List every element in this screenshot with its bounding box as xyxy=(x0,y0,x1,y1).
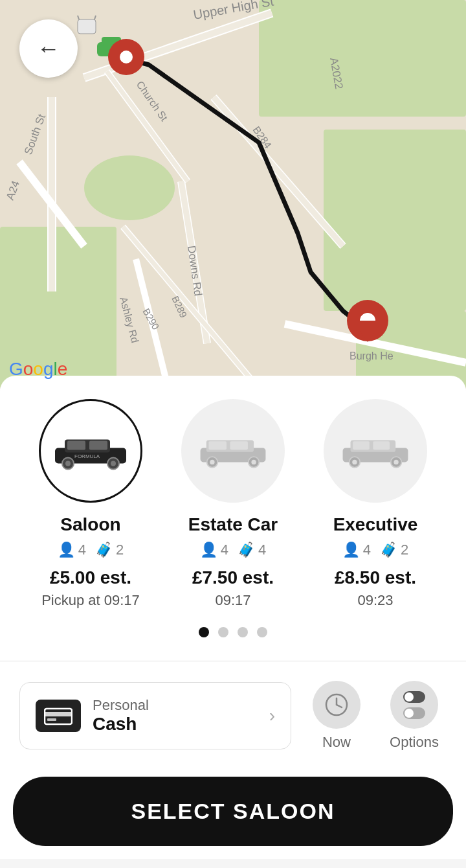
estate-meta: 👤 4 🧳 4 xyxy=(200,542,267,558)
options-button[interactable]: Options xyxy=(382,681,447,751)
svg-point-56 xyxy=(210,460,214,464)
saloon-luggage: 🧳 2 xyxy=(95,542,124,558)
executive-passengers: 👤 4 xyxy=(342,542,371,558)
map-view: Upper High St A2022 South St A24 Church … xyxy=(0,0,466,389)
toggle-options-icon xyxy=(390,681,438,729)
executive-pickup: 09:23 xyxy=(357,592,393,609)
svg-point-38 xyxy=(120,51,133,63)
carousel-pagination xyxy=(13,627,453,637)
person-icon: 👤 xyxy=(58,542,75,558)
car-options-carousel: FORMULA Saloon 👤 4 🧳 2 £5.00 est. Pickup… xyxy=(13,399,453,609)
saloon-price: £5.00 est. xyxy=(50,567,131,588)
booking-panel: FORMULA Saloon 👤 4 🧳 2 £5.00 est. Pickup… xyxy=(0,376,466,859)
person-icon: 👤 xyxy=(200,542,217,558)
person-icon: 👤 xyxy=(342,542,360,558)
svg-point-64 xyxy=(352,460,357,464)
payment-text: Personal Cash xyxy=(93,697,258,735)
saloon-name: Saloon xyxy=(60,514,120,535)
svg-rect-2 xyxy=(324,130,466,311)
saloon-meta: 👤 4 🧳 2 xyxy=(58,542,124,558)
svg-point-49 xyxy=(111,461,116,466)
executive-car-image xyxy=(324,399,427,503)
now-label: Now xyxy=(322,734,351,751)
estate-passengers: 👤 4 xyxy=(200,542,228,558)
wallet-icon xyxy=(36,700,81,732)
chevron-right-icon: › xyxy=(269,705,275,726)
options-label: Options xyxy=(390,734,439,751)
dot-2[interactable] xyxy=(218,627,228,637)
luggage-icon: 🧳 xyxy=(238,542,255,558)
payment-value: Cash xyxy=(93,714,258,735)
executive-name: Executive xyxy=(333,514,418,535)
svg-rect-54 xyxy=(230,441,248,450)
back-arrow-icon: ← xyxy=(37,35,60,62)
estate-price: £7.50 est. xyxy=(192,567,274,588)
now-button[interactable]: Now xyxy=(304,681,369,751)
saloon-pickup: Pickup at 09:17 xyxy=(41,592,140,609)
estate-pickup: 09:17 xyxy=(215,592,250,609)
svg-point-66 xyxy=(394,460,398,464)
svg-rect-62 xyxy=(373,441,390,450)
dot-4[interactable] xyxy=(257,627,267,637)
saloon-passengers: 👤 4 xyxy=(58,542,86,558)
bottom-controls: Personal Cash › Now xyxy=(13,681,453,751)
back-button[interactable]: ← xyxy=(19,19,78,78)
svg-line-72 xyxy=(337,705,342,707)
svg-point-5 xyxy=(84,155,175,220)
svg-text:FORMULA: FORMULA xyxy=(74,453,100,459)
executive-price: £8.50 est. xyxy=(335,567,416,588)
luggage-icon: 🧳 xyxy=(95,542,113,558)
payment-method-button[interactable]: Personal Cash › xyxy=(19,682,291,749)
svg-rect-45 xyxy=(89,440,107,450)
svg-rect-44 xyxy=(67,440,85,450)
dot-1[interactable] xyxy=(199,627,209,637)
svg-rect-53 xyxy=(208,441,227,450)
estate-name: Estate Car xyxy=(188,514,278,535)
svg-point-58 xyxy=(251,460,256,464)
payment-label: Personal xyxy=(93,697,258,714)
section-divider xyxy=(0,661,466,661)
svg-rect-61 xyxy=(353,441,370,450)
select-saloon-button[interactable]: SELECT SALOON xyxy=(13,777,453,846)
car-option-executive[interactable]: Executive 👤 4 🧳 2 £8.50 est. 09:23 xyxy=(304,399,447,609)
car-option-saloon[interactable]: FORMULA Saloon 👤 4 🧳 2 £5.00 est. Pickup… xyxy=(19,399,162,609)
svg-point-47 xyxy=(65,461,71,466)
executive-luggage: 🧳 2 xyxy=(380,542,408,558)
car-option-estate[interactable]: Estate Car 👤 4 🧳 4 £7.50 est. 09:17 xyxy=(162,399,304,609)
svg-rect-69 xyxy=(47,718,56,721)
estate-car-image xyxy=(181,399,285,503)
google-logo: G o o g l e xyxy=(9,359,67,380)
svg-text:Burgh He: Burgh He xyxy=(350,350,394,361)
clock-icon xyxy=(313,681,361,729)
svg-rect-1 xyxy=(259,0,466,117)
estate-luggage: 🧳 4 xyxy=(238,542,266,558)
dot-3[interactable] xyxy=(238,627,248,637)
saloon-car-image: FORMULA xyxy=(39,399,142,503)
executive-meta: 👤 4 🧳 2 xyxy=(342,542,409,558)
svg-rect-68 xyxy=(45,712,72,716)
svg-rect-32 xyxy=(78,19,96,34)
luggage-icon: 🧳 xyxy=(380,542,397,558)
